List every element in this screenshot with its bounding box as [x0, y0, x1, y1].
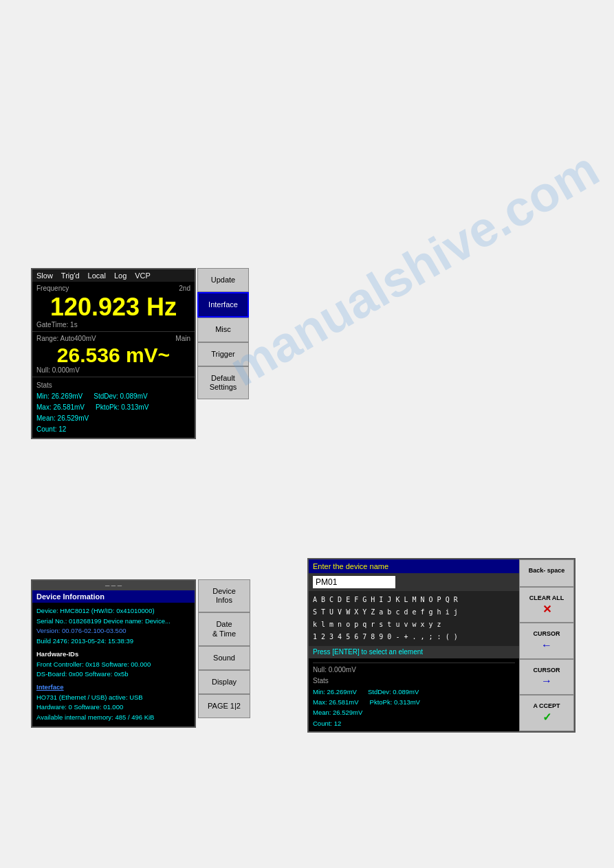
cursor-right-label: CURSOR: [533, 667, 560, 674]
keyboard-hint: Press [ENTER] to select an element: [309, 646, 519, 658]
keyboard-bottom-stats: Null: 0.000mV Stats Min: 26.269mV StdDev…: [309, 658, 519, 731]
keyboard-main: Enter the device name A B C D E F G H I …: [309, 559, 519, 731]
backspace-button[interactable]: Back- space: [519, 559, 574, 587]
cursor-left-button[interactable]: CURSOR ←: [519, 623, 574, 658]
voltage-section: Range: Auto400mV Main 26.536 mV~ Null: 0…: [32, 332, 195, 377]
watermark: manualshive.com: [220, 140, 608, 397]
keyboard-title: Enter the device name: [309, 559, 519, 573]
device-line-8: HO731 (Ethernet / USB) active: USB: [36, 693, 190, 703]
device-info-button-group: Device Infos Date & Time Sound Display P…: [198, 579, 250, 718]
cursor-right-button[interactable]: CURSOR →: [519, 659, 574, 695]
kb-stats-min: Min: 26.269mV: [313, 687, 357, 697]
freq-2nd-label: 2nd: [179, 285, 190, 292]
freq-label: Frequency: [36, 285, 69, 292]
stats-label: Stats: [36, 380, 190, 391]
cursor-left-arrow-icon: ←: [523, 638, 571, 653]
kb-stats-pktopk: PktoPk: 0.313mV: [370, 697, 420, 707]
volt-null: Null: 0.000mV: [36, 366, 190, 374]
sound-button[interactable]: Sound: [198, 646, 250, 670]
letters-row-2: S T U V W X Y Z a b c d e f g h i j: [313, 606, 515, 619]
cursor-right-arrow-icon: →: [523, 674, 571, 689]
keyboard-letters: A B C D E F G H I J K L M N O P Q R S T …: [309, 591, 519, 646]
status-vcp: VCP: [135, 271, 151, 280]
device-interface-header: Interface: [36, 682, 190, 693]
volt-value: 26.536 mV~: [36, 344, 190, 366]
device-line-5: Front Controller: 0x18 Software: 00.000: [36, 660, 190, 670]
kb-stats-max: Max: 26.581mV: [313, 697, 359, 707]
status-log: Log: [114, 271, 127, 280]
status-slow: Slow: [36, 271, 53, 280]
clear-label: CLEAR ALL: [529, 594, 564, 601]
status-bar: Slow Trig'd Local Log VCP: [32, 269, 195, 282]
stats-stddev: StdDev: 0.089mV: [94, 391, 147, 402]
device-line-9: Hardware: 0 Software: 01.000: [36, 702, 190, 713]
keyboard-panel: Enter the device name A B C D E F G H I …: [307, 558, 575, 733]
letters-row-3: k l m n o p q r s t u v w x y z: [313, 619, 515, 631]
clear-all-button[interactable]: CLEAR ALL ✕: [519, 587, 574, 623]
date-time-button[interactable]: Date & Time: [198, 612, 250, 645]
page-button[interactable]: PAGE 1|2: [198, 694, 250, 718]
kb-null: Null: 0.000mV: [313, 663, 515, 676]
device-line-10: Available internal memory: 485 / 496 KiB: [36, 713, 190, 723]
volt-main-label: Main: [175, 335, 190, 342]
top-panel-button-group: Update Interface Misc Trigger Default Se…: [197, 268, 249, 399]
keyboard-input-row: [309, 573, 519, 591]
freq-gate-time: GateTime: 1s: [36, 321, 190, 329]
stats-pktopk: PktoPk: 0.313mV: [96, 402, 149, 413]
accept-label: A CCEPT: [533, 702, 560, 709]
cursor-left-label: CURSOR: [533, 630, 560, 637]
device-name-input[interactable]: [313, 576, 395, 588]
stats-count: Count: 12: [36, 424, 190, 435]
kb-stats-stddev: StdDev: 0.089mV: [368, 687, 419, 697]
stats-min: Min: 26.269mV: [36, 391, 83, 402]
display-button[interactable]: Display: [198, 670, 250, 694]
freq-value: 120.923 Hz: [36, 293, 190, 321]
status-trigD: Trig'd: [61, 271, 80, 280]
update-button[interactable]: Update: [197, 268, 249, 292]
device-line-6: DS-Board: 0x00 Software: 0x5b: [36, 669, 190, 680]
backspace-label: Back- space: [529, 567, 565, 574]
device-line-1: Serial No.: 018268199 Device name: Devic…: [36, 616, 190, 627]
volt-range-label: Range: Auto400mV: [36, 335, 96, 342]
keyboard-action-buttons: Back- space CLEAR ALL ✕ CURSOR ← CURSOR …: [519, 559, 574, 731]
stats-max: Max: 26.581mV: [36, 402, 85, 413]
accept-button[interactable]: A CCEPT ✓: [519, 695, 574, 731]
device-info-header: Device Information: [32, 590, 195, 603]
letters-row-4: 1 2 3 4 5 6 7 8 9 0 - + . , ; : ( ): [313, 631, 515, 643]
stats-mean: Mean: 26.529mV: [36, 413, 89, 424]
accept-check-icon: ✓: [523, 711, 571, 725]
letters-row-1: A B C D E F G H I J K L M N O P Q R: [313, 594, 515, 606]
top-instrument-panel: Slow Trig'd Local Log VCP Frequency 2nd …: [31, 268, 196, 439]
device-line-0: Device: HMC8012 (HW/ID: 0x41010000): [36, 606, 190, 616]
device-info-top-bar: ─ ─ ─: [32, 581, 195, 590]
misc-button[interactable]: Misc: [197, 318, 249, 342]
kb-stats-mean: Mean: 26.529mV: [313, 707, 362, 717]
device-info-panel: ─ ─ ─ Device Information Device: HMC8012…: [31, 579, 196, 728]
device-info-content: Device: HMC8012 (HW/ID: 0x41010000) Seri…: [32, 603, 195, 726]
kb-stats-label: Stats: [313, 676, 515, 687]
interface-button[interactable]: Interface: [197, 292, 249, 318]
kb-stats-count: Count: 12: [313, 718, 515, 728]
device-hardware-ids-header: Hardware-IDs: [36, 649, 190, 660]
default-settings-button[interactable]: Default Settings: [197, 366, 249, 399]
frequency-section: Frequency 2nd 120.923 Hz GateTime: 1s: [32, 282, 195, 332]
clear-x-icon: ✕: [523, 603, 571, 617]
status-local: Local: [88, 271, 106, 280]
device-line-2: Version: 00.076-02.100-03.500: [36, 626, 190, 636]
device-line-3: Build 2476: 2013-05-24: 15:38:39: [36, 636, 190, 647]
stats-section: Stats Min: 26.269mV StdDev: 0.089mV Max:…: [32, 377, 195, 438]
device-infos-button[interactable]: Device Infos: [198, 579, 250, 612]
trigger-button[interactable]: Trigger: [197, 342, 249, 366]
